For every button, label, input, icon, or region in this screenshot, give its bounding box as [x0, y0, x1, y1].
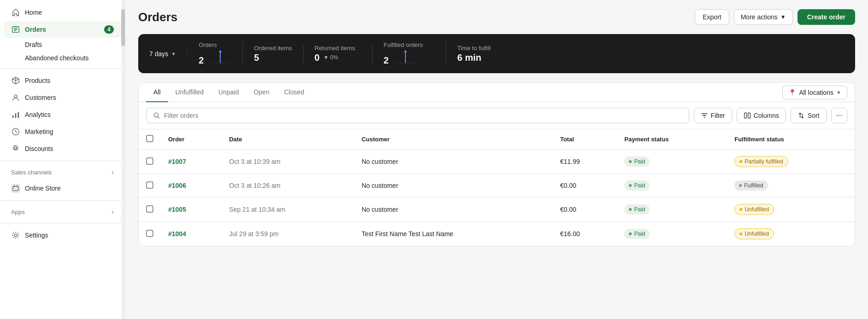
svg-rect-6 — [15, 113, 17, 118]
header-actions: Export More actions ▼ Create order — [695, 9, 855, 25]
order-link[interactable]: #1004 — [168, 230, 186, 238]
fulfillment-badge: Fulfilled — [734, 180, 768, 191]
tab-open[interactable]: Open — [246, 83, 276, 102]
stat-orders: Orders 2 — [188, 41, 243, 66]
page-header: Orders Export More actions ▼ Create orde… — [138, 9, 855, 25]
svg-point-4 — [14, 95, 17, 98]
payment-badge: Paid — [624, 157, 650, 167]
create-order-button[interactable]: Create order — [798, 9, 855, 25]
col-payment-status: Payment status — [617, 129, 727, 150]
stat-label: Returned items — [315, 45, 361, 52]
tab-all[interactable]: All — [146, 83, 168, 102]
sidebar-item-settings[interactable]: Settings — [4, 227, 121, 244]
sidebar-item-label: Home — [25, 9, 42, 16]
search-box — [146, 108, 689, 123]
orders-mini-chart — [211, 49, 229, 66]
more-actions-button[interactable]: More actions ▼ — [734, 9, 793, 25]
col-customer: Customer — [354, 129, 553, 150]
settings-icon — [11, 231, 20, 240]
sidebar-item-label: Marketing — [25, 128, 53, 135]
orders-table: Order Date Customer Total Payment status — [139, 129, 855, 246]
sidebar-item-discounts[interactable]: Discounts — [4, 140, 121, 157]
location-filter[interactable]: 📍 All locations ▼ — [782, 86, 847, 99]
sidebar-item-drafts[interactable]: Drafts — [4, 38, 121, 51]
stats-period-selector[interactable]: 7 days ▼ — [149, 50, 188, 58]
stat-ordered-items: Ordered items 5 — [243, 45, 303, 63]
sidebar-item-abandoned[interactable]: Abandoned checkouts — [4, 52, 121, 64]
sidebar-item-home[interactable]: Home — [4, 4, 121, 21]
select-all-checkbox[interactable] — [146, 135, 153, 142]
fulfillment-badge: Unfulfilled — [734, 228, 774, 239]
sales-channels-header[interactable]: Sales channels › — [0, 165, 125, 180]
table-row: #1006 Oct 3 at 10:26 am No customer €0.0… — [139, 174, 855, 197]
payment-badge: Paid — [624, 180, 650, 191]
export-button[interactable]: Export — [695, 9, 729, 25]
tab-closed[interactable]: Closed — [277, 83, 312, 102]
order-link[interactable]: #1006 — [168, 182, 186, 189]
stat-time-to-fulfill: Time to fulfill 6 min — [446, 45, 506, 63]
col-order: Order — [161, 129, 222, 150]
tab-unfulfilled[interactable]: Unfulfilled — [168, 83, 211, 102]
sidebar-item-label: Analytics — [25, 111, 51, 118]
sales-channels-label: Sales channels — [11, 169, 52, 176]
sidebar-item-label: Customers — [25, 94, 56, 101]
sidebar-item-online-store[interactable]: Online Store — [4, 180, 121, 197]
col-fulfillment-status: Fulfillment status — [727, 129, 855, 150]
sidebar-sub-label: Abandoned checkouts — [25, 54, 89, 62]
svg-rect-5 — [12, 116, 14, 118]
orders-icon — [11, 25, 20, 34]
location-pin-icon: 📍 — [788, 89, 796, 96]
svg-point-11 — [14, 234, 17, 236]
sidebar-item-label: Online Store — [25, 185, 61, 192]
row-checkbox[interactable] — [146, 157, 153, 165]
stat-value: 0 — [315, 52, 320, 63]
sidebar-item-analytics[interactable]: Analytics — [4, 106, 121, 123]
columns-label: Columns — [754, 112, 779, 119]
svg-rect-7 — [18, 112, 19, 118]
payment-badge: Paid — [624, 204, 650, 215]
svg-rect-20 — [748, 113, 750, 118]
tab-unpaid[interactable]: Unpaid — [211, 83, 246, 102]
columns-button[interactable]: Columns — [737, 108, 786, 123]
sort-button[interactable]: Sort — [791, 108, 827, 123]
apps-label: Apps — [11, 209, 25, 215]
fulfillment-badge: Partially fulfilled — [734, 156, 788, 167]
stat-returned-items: Returned items 0 ▼ 0% — [304, 45, 373, 63]
apps-section-header[interactable]: Apps › — [0, 204, 125, 219]
row-checkbox[interactable] — [146, 230, 153, 237]
store-icon — [11, 184, 20, 193]
search-input[interactable] — [164, 112, 682, 119]
order-link[interactable]: #1007 — [168, 158, 186, 165]
table-row: #1007 Oct 3 at 10:39 am No customer €11.… — [139, 150, 855, 174]
sidebar-item-orders[interactable]: Orders 4 — [4, 21, 121, 38]
stat-label: Orders — [199, 41, 231, 48]
customers-icon — [11, 93, 20, 102]
stat-label: Time to fulfill — [457, 45, 495, 52]
row-checkbox[interactable] — [146, 181, 153, 189]
sidebar-sub-label: Drafts — [25, 41, 42, 48]
sort-label: Sort — [808, 112, 820, 119]
stat-value: 5 — [254, 52, 292, 63]
stat-value: 6 min — [457, 52, 495, 63]
sidebar-item-label: Orders — [25, 26, 46, 33]
sidebar: Home Orders 4 Drafts Abandoned checkouts… — [0, 0, 125, 319]
row-checkbox[interactable] — [146, 205, 153, 213]
stats-period-label: 7 days — [149, 50, 168, 58]
col-total: Total — [553, 129, 617, 150]
svg-rect-19 — [744, 113, 746, 118]
chevron-down-icon: ▼ — [323, 54, 329, 61]
col-date: Date — [222, 129, 354, 150]
stat-label: Fulfilled orders — [384, 41, 435, 48]
sidebar-item-customers[interactable]: Customers — [4, 89, 121, 106]
home-icon — [11, 8, 20, 17]
sidebar-item-products[interactable]: Products — [4, 72, 121, 89]
filter-button[interactable]: Filter — [694, 108, 732, 123]
order-link[interactable]: #1005 — [168, 206, 186, 213]
discounts-icon — [11, 144, 20, 153]
sidebar-nav: Home Orders 4 Drafts Abandoned checkouts… — [0, 0, 125, 319]
stat-value: 2 — [384, 55, 389, 66]
sidebar-item-marketing[interactable]: Marketing — [4, 123, 121, 140]
payment-badge: Paid — [624, 229, 650, 239]
filter-label: Filter — [711, 112, 725, 119]
more-actions-table-button[interactable]: ··· — [831, 108, 847, 123]
